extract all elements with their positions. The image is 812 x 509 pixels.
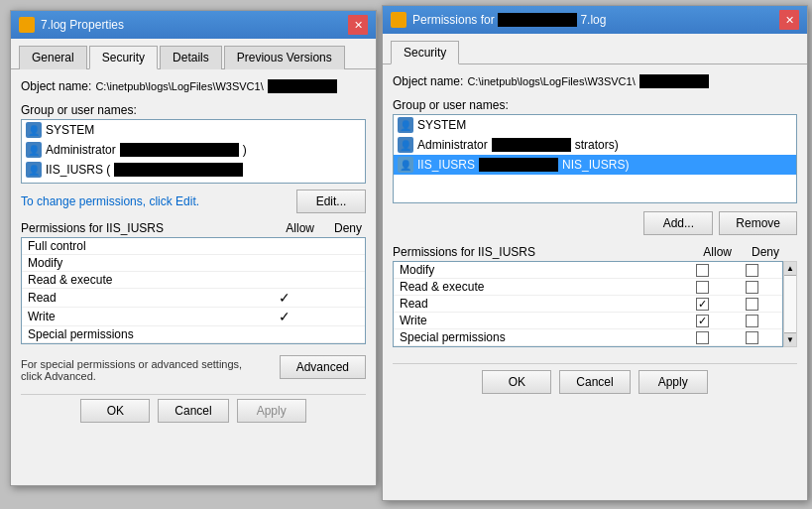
list-item-iisusrs-1[interactable]: 👤 IIS_IUSRS (	[22, 160, 365, 180]
perm2-allow-modify[interactable]	[677, 264, 727, 277]
redacted-admin-2	[492, 138, 571, 152]
advanced-button-1[interactable]: Advanced	[280, 355, 366, 379]
perm-name-readexec: Read & execute	[28, 273, 260, 287]
perm-allow-read: ✓	[260, 290, 309, 306]
perm-row-read: Read ✓	[22, 289, 365, 308]
perm2-name-readexec: Read & execute	[400, 280, 677, 294]
perm-row-special: Special permissions	[22, 326, 365, 343]
tab-security[interactable]: Security	[89, 46, 158, 69]
perm2-allow-read[interactable]	[677, 298, 727, 311]
deny-header-1: Deny	[334, 221, 362, 235]
system-label-1: SYSTEM	[46, 123, 94, 137]
perm2-allow-write[interactable]	[677, 315, 727, 327]
redacted-iis-1	[114, 163, 243, 177]
perm2-name-special: Special permissions	[400, 330, 677, 344]
list-item-system-1[interactable]: 👤 SYSTEM	[22, 120, 365, 140]
cancel-button-1[interactable]: Cancel	[158, 399, 228, 423]
object-value-2: C:\inetpub\logs\LogFiles\W3SVC1\	[467, 75, 635, 87]
ok-button-1[interactable]: OK	[80, 399, 150, 423]
perm2-allow-readexec[interactable]	[677, 281, 727, 294]
perm-name-special: Special permissions	[28, 327, 260, 341]
perm-name-modify: Modify	[28, 256, 260, 270]
list-item-admin-1[interactable]: 👤 Administrator )	[22, 140, 365, 160]
deny-header-2: Deny	[752, 245, 779, 259]
apply-button-1[interactable]: Apply	[237, 399, 306, 423]
remove-button-2[interactable]: Remove	[719, 211, 797, 235]
add-button-2[interactable]: Add...	[643, 211, 713, 235]
redacted-block-2	[639, 74, 709, 88]
perm2-deny-modify[interactable]	[727, 264, 776, 277]
edit-note-1: To change permissions, click Edit.	[21, 194, 199, 208]
perm-row-write: Write ✓	[22, 308, 365, 326]
admin-label-2: Administrator	[417, 138, 488, 152]
user-icon-iis-2: 👤	[398, 157, 413, 173]
advanced-note-1: For special permissions or advanced sett…	[21, 358, 249, 382]
object-label-2: Object name:	[393, 74, 463, 88]
perm-row-fullcontrol: Full control	[22, 238, 365, 255]
checkbox-allow-read[interactable]	[696, 298, 709, 311]
tab-details[interactable]: Details	[160, 46, 222, 69]
perm-row-modify: Modify	[22, 255, 365, 272]
properties-window: 7.log Properties ✕ General Security Deta…	[10, 10, 377, 486]
object-label: Object name:	[21, 79, 91, 93]
list-item-iisusrs-2[interactable]: 👤 IIS_IUSRS NIS_IUSRS)	[394, 155, 796, 175]
close-button-2[interactable]: ✕	[779, 10, 799, 30]
checkbox-deny-write[interactable]	[746, 315, 758, 327]
checkbox-allow-special[interactable]	[696, 331, 709, 344]
tab-general[interactable]: General	[19, 46, 87, 69]
perm2-row-special: Special permissions	[394, 329, 782, 346]
checkbox-allow-write[interactable]	[696, 315, 709, 327]
user-listbox-1[interactable]: 👤 SYSTEM 👤 Administrator ) 👤 IIS_IUSRS (	[21, 119, 366, 184]
title-bar-2: Permissions for 7.log ✕	[383, 6, 807, 34]
content-2: Object name: C:\inetpub\logs\LogFiles\W3…	[383, 64, 807, 404]
tab-bar-2: Security	[383, 34, 807, 64]
iis-label-2: IIS_IUSRS	[417, 158, 475, 172]
perm2-name-write: Write	[400, 314, 677, 327]
scrollbar-2[interactable]: ▲ ▼	[783, 261, 797, 347]
admin-label-1: Administrator	[46, 143, 116, 157]
perm-name-fullcontrol: Full control	[28, 239, 260, 253]
permissions-window: Permissions for 7.log ✕ Security Object …	[382, 5, 808, 501]
content-1: Object name: C:\inetpub\logs\LogFiles\W3…	[11, 69, 376, 433]
checkbox-deny-modify[interactable]	[746, 264, 758, 277]
checkbox-deny-special[interactable]	[746, 331, 758, 344]
apply-button-2[interactable]: Apply	[638, 370, 708, 394]
edit-button-1[interactable]: Edit...	[296, 190, 366, 213]
perm2-row-read: Read	[394, 296, 782, 313]
window-title-1: 7.log Properties	[41, 18, 124, 32]
perm-allow-write: ✓	[260, 309, 309, 324]
user-listbox-2[interactable]: 👤 SYSTEM 👤 Administrator strators) 👤 IIS…	[393, 114, 797, 203]
user-icon-admin-2: 👤	[398, 137, 413, 153]
perm2-deny-read[interactable]	[727, 298, 776, 311]
object-value: C:\inetpub\logs\LogFiles\W3SVC1\	[95, 80, 263, 92]
user-icon-system-2: 👤	[398, 117, 413, 133]
checkbox-allow-readexec[interactable]	[696, 281, 709, 294]
title-bar-1: 7.log Properties ✕	[11, 11, 376, 39]
checkbox-deny-readexec[interactable]	[746, 281, 758, 294]
perm2-row-write: Write	[394, 313, 782, 329]
system-label-2: SYSTEM	[417, 118, 466, 132]
ok-button-2[interactable]: OK	[482, 370, 551, 394]
checkbox-deny-read[interactable]	[746, 298, 758, 311]
cancel-button-2[interactable]: Cancel	[559, 370, 630, 394]
checkbox-allow-modify[interactable]	[696, 264, 709, 277]
perms-table-1: Full control Modify Read & execute Read …	[21, 237, 366, 344]
close-button-1[interactable]: ✕	[348, 15, 368, 35]
perm2-deny-special[interactable]	[727, 331, 776, 344]
perm2-allow-special[interactable]	[677, 331, 727, 344]
list-item-admin-2[interactable]: 👤 Administrator strators)	[394, 135, 796, 155]
group-label-1: Group or user names:	[21, 103, 366, 117]
list-item-system-2[interactable]: 👤 SYSTEM	[394, 115, 796, 135]
perm2-row-readexec: Read & execute	[394, 279, 782, 296]
perm2-deny-readexec[interactable]	[727, 281, 776, 294]
perm2-deny-write[interactable]	[727, 315, 776, 327]
redacted-block-1	[268, 79, 337, 93]
user-icon-iis-1: 👤	[26, 162, 42, 178]
perm2-row-modify: Modify	[394, 262, 782, 279]
tab-security-2[interactable]: Security	[391, 41, 459, 64]
tab-previous-versions[interactable]: Previous Versions	[224, 46, 345, 69]
perms-table-2: Modify Read & execute	[393, 261, 783, 347]
redacted-iis-2	[479, 158, 558, 172]
perm2-name-read: Read	[400, 297, 677, 311]
allow-header-1: Allow	[286, 221, 314, 235]
